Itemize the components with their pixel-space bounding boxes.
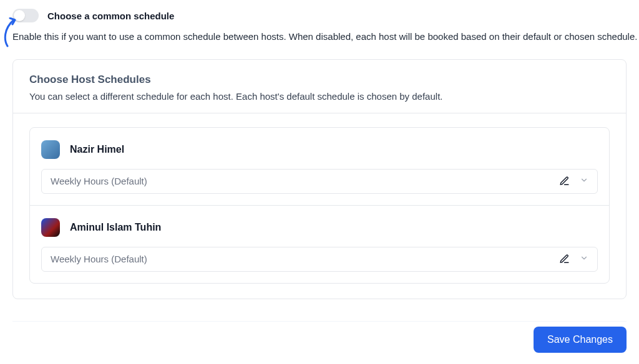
host-name: Nazir Himel (70, 144, 124, 155)
card-body: Nazir Himel Weekly Hours (Default) (13, 113, 626, 299)
divider (12, 321, 627, 322)
host-schedules-card: Choose Host Schedules You can select a d… (12, 59, 627, 299)
schedule-select[interactable]: Weekly Hours (Default) (41, 247, 598, 272)
avatar (41, 218, 60, 237)
host-list: Nazir Himel Weekly Hours (Default) (29, 127, 610, 284)
save-changes-button[interactable]: Save Changes (534, 327, 627, 353)
toggle-knob (14, 10, 25, 21)
schedule-value: Weekly Hours (Default) (51, 254, 147, 264)
card-subtitle: You can select a different schedule for … (29, 91, 610, 102)
schedule-value: Weekly Hours (Default) (51, 176, 147, 186)
edit-icon[interactable] (559, 254, 570, 264)
host-row: Aminul Islam Tuhin Weekly Hours (Default… (30, 205, 609, 283)
toggle-description: Enable this if you want to use a common … (0, 22, 639, 44)
chevron-down-icon[interactable] (580, 176, 588, 187)
avatar (41, 140, 60, 159)
edit-icon[interactable] (559, 176, 570, 186)
host-name: Aminul Islam Tuhin (70, 222, 161, 233)
host-row: Nazir Himel Weekly Hours (Default) (30, 128, 609, 205)
chevron-down-icon[interactable] (580, 254, 588, 265)
common-schedule-toggle[interactable] (12, 9, 39, 22)
schedule-select[interactable]: Weekly Hours (Default) (41, 169, 598, 194)
card-header: Choose Host Schedules You can select a d… (13, 60, 626, 113)
card-title: Choose Host Schedules (29, 74, 610, 86)
toggle-label: Choose a common schedule (47, 11, 174, 21)
